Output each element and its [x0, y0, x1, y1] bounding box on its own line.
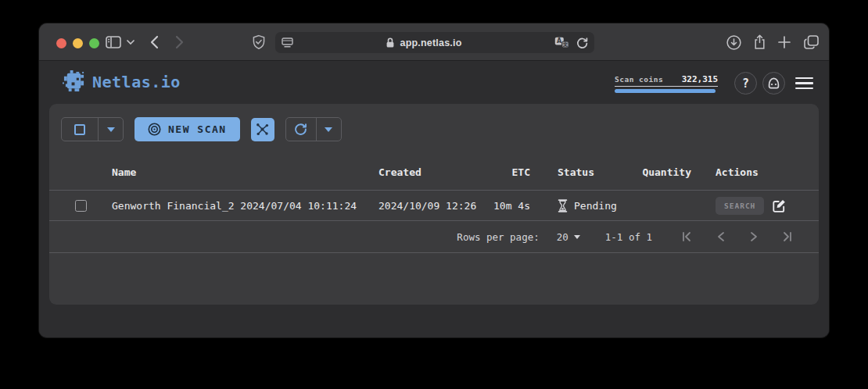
scan-coins-progress-bar [615, 89, 716, 93]
refresh-button[interactable] [286, 118, 316, 141]
scan-etc: 10m 4s [491, 200, 530, 212]
zoom-window-button[interactable] [89, 38, 99, 48]
netlas-logo-icon [63, 70, 85, 93]
refresh-icon [294, 123, 307, 136]
brand-title: Netlas.io [92, 73, 181, 91]
pagination-range: 1-1 of 1 [605, 231, 652, 243]
browser-chrome: app.netlas.io A文 [39, 23, 829, 61]
back-icon[interactable] [147, 23, 161, 61]
avatar-icon [766, 76, 781, 91]
pagination-bar: Rows per page: 20 1-1 of 1 [49, 221, 819, 253]
column-quantity: Quantity [628, 166, 691, 178]
reader-view-icon[interactable] [282, 37, 293, 48]
scan-name: Genworth Financial_2 2024/07/04 10:11:24 [112, 200, 378, 212]
network-graph-button[interactable] [251, 118, 274, 141]
browser-window: app.netlas.io A文 [39, 23, 829, 337]
scan-coins-widget: Scan coins 322,315 [615, 74, 718, 93]
sidebar-toggle-icon[interactable] [105, 23, 122, 61]
caret-down-icon [574, 235, 580, 239]
help-button[interactable]: ? [734, 72, 757, 95]
sidebar-chevron-down-icon[interactable] [125, 23, 136, 61]
traffic-lights [56, 38, 99, 48]
rows-per-page-value: 20 [557, 231, 569, 243]
translate-icon[interactable]: A文 [554, 37, 569, 48]
question-mark-icon: ? [742, 77, 749, 91]
rows-per-page-label: Rows per page: [457, 231, 539, 243]
scan-coins-underline [615, 86, 718, 87]
hourglass-icon [558, 199, 568, 212]
share-icon[interactable] [751, 23, 767, 61]
edit-icon[interactable] [772, 198, 787, 213]
column-name: Name [112, 166, 378, 178]
checkbox-icon [74, 124, 85, 135]
scan-coins-value: 322,315 [682, 74, 718, 84]
app-header: Netlas.io Scan coins 322,315 ? [39, 61, 829, 104]
hamburger-menu-icon[interactable] [795, 74, 813, 93]
select-all-dropdown[interactable] [98, 118, 123, 141]
column-actions: Actions [691, 166, 819, 178]
svg-text:A: A [557, 37, 562, 45]
profile-button[interactable] [762, 72, 785, 95]
rows-per-page-select[interactable]: 20 [557, 231, 580, 243]
select-all-split-button [61, 117, 124, 141]
new-tab-icon[interactable] [777, 23, 792, 61]
scans-toolbar: NEW SCAN [49, 104, 819, 141]
caret-down-icon [325, 127, 332, 132]
svg-text:文: 文 [562, 41, 569, 48]
url-text[interactable]: app.netlas.io [400, 37, 461, 48]
close-window-button[interactable] [56, 38, 66, 48]
next-page-icon[interactable] [748, 230, 760, 243]
downloads-icon[interactable] [726, 23, 741, 61]
select-all-checkbox[interactable] [62, 118, 98, 141]
scan-coins-label: Scan coins [615, 75, 663, 84]
brand[interactable]: Netlas.io [63, 70, 181, 93]
column-status: Status [530, 166, 628, 178]
table-row: Genworth Financial_2 2024/07/04 10:11:24… [49, 191, 819, 221]
address-bar[interactable]: app.netlas.io A文 [275, 32, 594, 53]
shield-privacy-icon[interactable] [251, 23, 267, 61]
netlas-app: Netlas.io Scan coins 322,315 ? [39, 61, 829, 337]
caret-down-icon [107, 127, 115, 132]
refresh-split-button [285, 117, 342, 141]
scan-target-icon [148, 123, 161, 136]
table-header-row: Name Created ETC Status Quantity Actions [49, 155, 819, 191]
network-graph-icon [255, 122, 270, 137]
new-scan-label: NEW SCAN [168, 123, 227, 135]
tab-overview-icon[interactable] [802, 23, 820, 61]
last-page-icon[interactable] [781, 230, 794, 243]
column-created: Created [378, 166, 491, 178]
reload-icon[interactable] [576, 37, 588, 49]
minimize-window-button[interactable] [73, 38, 83, 48]
scan-created: 2024/10/09 12:26 [378, 200, 491, 212]
column-etc: ETC [491, 166, 530, 178]
forward-icon[interactable] [172, 23, 186, 61]
search-button[interactable]: SEARCH [716, 197, 764, 215]
lock-icon [386, 37, 395, 48]
row-checkbox[interactable] [75, 200, 87, 212]
new-scan-button[interactable]: NEW SCAN [135, 117, 240, 141]
first-page-icon[interactable] [680, 230, 693, 243]
scan-status: Pending [574, 200, 617, 212]
scans-card: NEW SCAN [49, 104, 819, 305]
refresh-dropdown[interactable] [316, 118, 341, 141]
previous-page-icon[interactable] [714, 230, 726, 243]
